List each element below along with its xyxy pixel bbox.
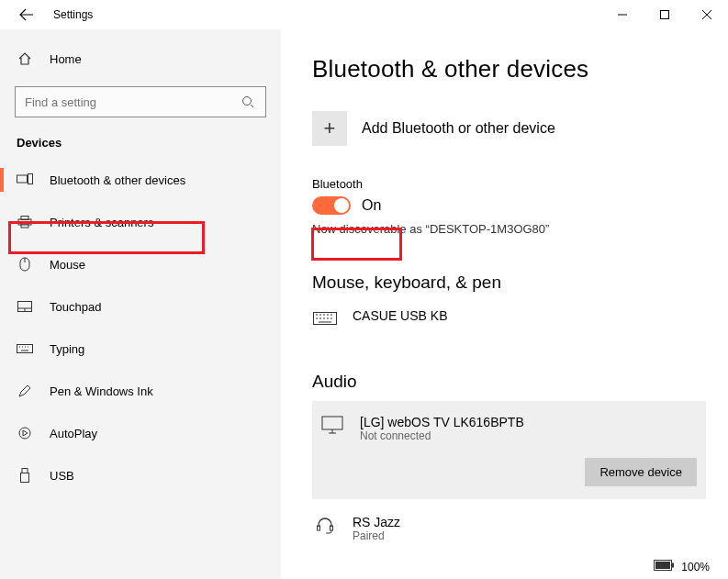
add-device-label: Add Bluetooth or other device	[362, 120, 555, 137]
svg-rect-2	[17, 175, 28, 183]
nav-label: AutoPlay	[50, 427, 97, 440]
printer-icon	[17, 214, 33, 230]
remove-device-button[interactable]: Remove device	[585, 458, 697, 486]
home-link[interactable]: Home	[0, 42, 281, 75]
nav-label: Touchpad	[50, 300, 101, 314]
audio-heading: Audio	[312, 372, 706, 392]
add-device-row[interactable]: + Add Bluetooth or other device	[312, 111, 706, 146]
monitor-icon	[319, 415, 345, 435]
search-input[interactable]	[25, 95, 240, 109]
svg-rect-14	[322, 417, 342, 429]
nav-label: Pen & Windows Ink	[50, 384, 153, 398]
titlebar: Settings	[0, 0, 728, 29]
svg-rect-9	[17, 345, 33, 353]
paired-device-name: RS Jazz	[353, 515, 400, 529]
svg-point-10	[19, 428, 30, 439]
nav-mouse[interactable]: Mouse	[0, 243, 281, 285]
nav-bluetooth[interactable]: Bluetooth & other devices	[0, 159, 281, 201]
back-arrow-icon	[19, 7, 34, 22]
svg-point-1	[243, 97, 252, 106]
svg-rect-0	[661, 11, 669, 19]
section-label: Devices	[17, 136, 281, 150]
page-title: Bluetooth & other devices	[312, 55, 706, 84]
discoverable-text: Now discoverable as “DESKTOP-1M3OG80”	[312, 222, 706, 236]
window-title: Settings	[53, 8, 93, 21]
sidebar: Home Devices Bluetooth & other devices P…	[0, 29, 281, 579]
mouse-icon	[17, 256, 33, 273]
svg-rect-18	[655, 562, 670, 569]
device-name: CASUE USB KB	[353, 308, 447, 323]
nav-pen[interactable]: Pen & Windows Ink	[0, 370, 281, 412]
window-controls	[601, 0, 728, 29]
bluetooth-label: Bluetooth	[312, 177, 706, 191]
nav-label: Bluetooth & other devices	[50, 173, 185, 187]
audio-device-name: [LG] webOS TV LK616BPTB	[360, 415, 524, 429]
main-content: Bluetooth & other devices + Add Bluetoot…	[281, 29, 728, 579]
autoplay-icon	[17, 425, 33, 441]
nav-label: Mouse	[50, 258, 85, 272]
pen-icon	[17, 383, 33, 399]
touchpad-icon	[17, 298, 33, 315]
audio-device-status: Not connected	[360, 429, 524, 442]
svg-rect-12	[21, 473, 29, 483]
home-icon	[17, 50, 33, 67]
paired-device-status: Paired	[353, 529, 400, 542]
keyboard-device-icon	[312, 308, 338, 328]
nav-printers[interactable]: Printers & scanners	[0, 201, 281, 243]
device-row-keyboard[interactable]: CASUE USB KB	[312, 302, 706, 335]
nav-list: Bluetooth & other devices Printers & sca…	[0, 159, 281, 496]
search-box[interactable]	[15, 86, 266, 117]
headset-icon	[312, 515, 338, 535]
usb-icon	[17, 467, 33, 484]
nav-touchpad[interactable]: Touchpad	[0, 285, 281, 328]
audio-device-selected[interactable]: [LG] webOS TV LK616BPTB Not connected Re…	[312, 401, 706, 499]
battery-icon	[654, 560, 674, 573]
nav-usb[interactable]: USB	[0, 454, 281, 496]
close-button[interactable]	[686, 0, 728, 29]
plus-icon: +	[312, 111, 347, 146]
search-icon	[240, 94, 256, 110]
home-label: Home	[50, 52, 82, 66]
nav-typing[interactable]: Typing	[0, 328, 281, 370]
device-row-headset[interactable]: RS Jazz Paired	[312, 508, 706, 549]
svg-rect-19	[672, 563, 674, 568]
nav-label: Printers & scanners	[50, 216, 153, 229]
keyboard-icon	[17, 340, 33, 357]
minimize-button[interactable]	[601, 0, 644, 29]
nav-autoplay[interactable]: AutoPlay	[0, 412, 281, 454]
battery-status: 100%	[654, 560, 710, 573]
maximize-button[interactable]	[644, 0, 686, 29]
back-button[interactable]	[17, 5, 37, 25]
bluetooth-state: On	[362, 197, 381, 214]
bluetooth-toggle-row: On	[312, 196, 706, 215]
svg-rect-3	[28, 174, 33, 184]
bluetooth-toggle[interactable]	[312, 196, 351, 215]
mkp-heading: Mouse, keyboard, & pen	[312, 273, 706, 293]
devices-icon	[17, 172, 33, 188]
battery-percent: 100%	[681, 561, 710, 573]
svg-rect-11	[22, 469, 28, 473]
nav-label: USB	[50, 469, 74, 483]
nav-label: Typing	[50, 342, 84, 356]
